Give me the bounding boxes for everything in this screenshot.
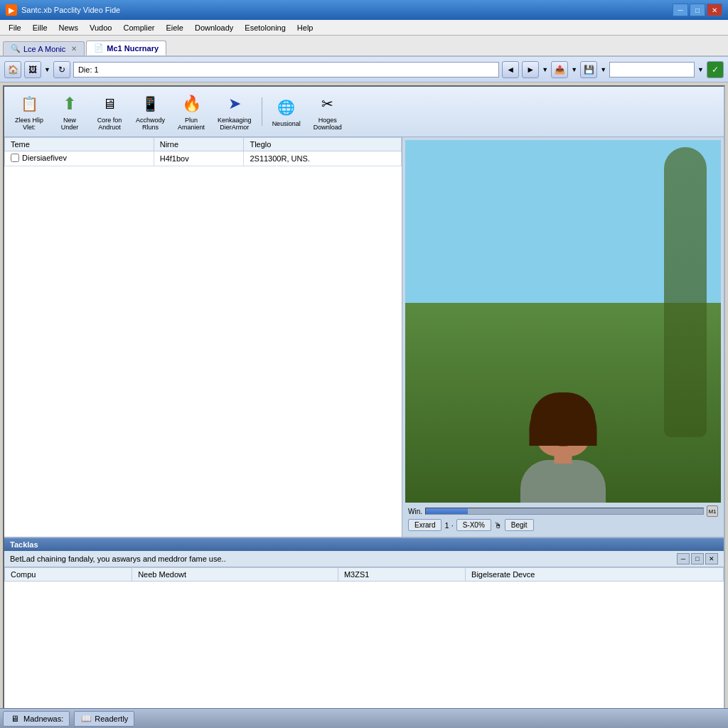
tab-mc1-nucrnary[interactable]: 📄 Mc1 Nucrnary — [86, 41, 166, 55]
tool-btn-hoges[interactable]: ✂ HogesDownload — [309, 90, 347, 134]
taskbar-item-readertly[interactable]: 📖 Readertly — [74, 711, 134, 727]
tool-btn-neusional[interactable]: 🌐 Neusional — [267, 93, 306, 130]
quality-button[interactable]: S-X0% — [456, 519, 491, 531]
menu-complier[interactable]: Complier — [117, 22, 160, 33]
address-field[interactable]: Die: 1 — [73, 62, 499, 77]
tab-bar: 🔍 Lce A Monic ✕ 📄 Mc1 Nucrnary — [0, 36, 728, 57]
right-panel: Win. M1 Exrard 1 · S-X0% 🖱 Begit — [402, 137, 724, 537]
bottom-col-neeb: Neeb Medowt — [132, 568, 338, 582]
tool-btn-plun[interactable]: 🔥 PlunAmanient — [173, 90, 210, 134]
col-header-tleglo: Tleglo — [244, 138, 402, 151]
readertly-icon: 📖 — [80, 713, 92, 724]
core-fon-icon: 🖥 — [98, 92, 121, 115]
export-button[interactable]: Exrard — [408, 519, 441, 531]
core-fon-label: Core fonAndruot — [97, 117, 122, 131]
address-bar: 🏠 🖼 ▼ ↻ Die: 1 ◄ ► ▼ 📤 ▼ 💾 ▼ ▼ ✓ — [0, 57, 728, 82]
volume-knob[interactable]: M1 — [707, 505, 718, 517]
tool-btn-acchwody[interactable]: 📱 AcchwodyRluns — [131, 90, 170, 134]
main-data-table: Teme Nirne Tleglo Diersiaefivev H4f — [4, 137, 402, 166]
search-field[interactable] — [609, 62, 695, 77]
address-text: Die: 1 — [78, 65, 99, 74]
menu-news[interactable]: News — [53, 22, 85, 33]
minimize-button[interactable]: ─ — [673, 4, 688, 16]
tool-btn-kenkaaging[interactable]: ➤ KenkaagingDierArmor — [213, 90, 257, 134]
title-bar: ▶ Santc.xb Pacclity Video Fide ─ □ ✕ — [0, 0, 728, 20]
tab-close-1[interactable]: ✕ — [71, 45, 77, 53]
menu-file[interactable]: File — [3, 22, 27, 33]
dropdown-arrow-5[interactable]: ▼ — [697, 66, 704, 73]
bottom-close-btn[interactable]: ✕ — [705, 553, 718, 564]
plun-label: PlunAmanient — [178, 117, 205, 131]
forward-button[interactable]: ► — [522, 61, 539, 78]
menu-eiele[interactable]: Eiele — [160, 22, 188, 33]
title-bar-left: ▶ Santc.xb Pacclity Video Fide — [6, 4, 120, 16]
plun-icon: 🔥 — [180, 92, 203, 115]
playback-row: Exrard 1 · S-X0% 🖱 Begit — [408, 519, 718, 531]
close-button[interactable]: ✕ — [707, 4, 722, 16]
home-button[interactable]: 🏠 — [4, 61, 21, 78]
dropdown-arrow-1[interactable]: ▼ — [44, 66, 50, 73]
reload-button[interactable]: ↻ — [53, 61, 70, 78]
tab-icon-1: 🔍 — [11, 44, 21, 53]
toolbar-separator — [262, 97, 262, 126]
menu-vudoo[interactable]: Vudoo — [84, 22, 117, 33]
acchwody-label: AcchwodyRluns — [136, 117, 165, 131]
title-bar-controls: ─ □ ✕ — [673, 4, 722, 16]
tab-label-1: Lce A Monic — [23, 45, 65, 53]
zlees-hip-label: Zlees HlipVlet: — [15, 117, 43, 131]
bottom-maximize-btn[interactable]: □ — [691, 553, 704, 564]
table-row[interactable]: Diersiaefivev H4f1bov 2S11300R, UNS. — [5, 151, 402, 166]
content-split: Teme Nirne Tleglo Diersiaefivev H4f — [4, 137, 724, 537]
menu-downloady[interactable]: Downloady — [189, 22, 239, 33]
bottom-info-bar: BetLad chaining fandaly, you aswarys and… — [4, 551, 724, 567]
hoges-label: HogesDownload — [314, 117, 342, 131]
tool-btn-new-under[interactable]: ⬆ NewUnder — [51, 90, 88, 134]
new-under-icon: ⬆ — [58, 92, 81, 115]
icon-toolbar: 📋 Zlees HlipVlet: ⬆ NewUnder 🖥 Core fonA… — [4, 87, 724, 137]
menu-eille[interactable]: Eille — [27, 22, 53, 33]
hoges-icon: ✂ — [316, 92, 339, 115]
window-title: Santc.xb Pacclity Video Fide — [21, 6, 120, 14]
progress-fill — [426, 508, 468, 514]
search-go-button[interactable]: ✓ — [707, 61, 724, 78]
tool-btn-core-fon[interactable]: 🖥 Core fonAndruot — [91, 90, 128, 134]
speed-label: 1 · — [444, 521, 453, 530]
video-controls: Win. M1 Exrard 1 · S-X0% 🖱 Begit — [405, 503, 721, 534]
col-header-nirne: Nirne — [154, 138, 244, 151]
menu-bar: File Eille News Vudoo Complier Eiele Dow… — [0, 20, 728, 36]
img-button[interactable]: 🖼 — [24, 61, 41, 78]
left-panel: Teme Nirne Tleglo Diersiaefivev H4f — [4, 137, 402, 537]
volume-label: Win. — [408, 508, 422, 515]
tree-element — [664, 147, 707, 437]
neusional-label: Neusional — [272, 120, 301, 127]
menu-esetoloning[interactable]: Esetoloning — [239, 22, 291, 33]
tab-label-2: Mc1 Nucrnary — [107, 44, 159, 53]
begin-button[interactable]: Begit — [505, 519, 534, 531]
menu-help[interactable]: Help — [291, 22, 319, 33]
bottom-section: Tacklas BetLad chaining fandaly, you asw… — [4, 537, 724, 719]
share-button[interactable]: 📤 — [551, 61, 568, 78]
kenkaaging-icon: ➤ — [223, 92, 246, 115]
row-checkbox[interactable] — [11, 154, 19, 162]
maximize-button[interactable]: □ — [690, 4, 705, 16]
person-torso — [520, 460, 606, 503]
dropdown-arrow-4[interactable]: ▼ — [600, 66, 606, 73]
cell-nirne: H4f1bov — [154, 151, 244, 166]
main-window: 📋 Zlees HlipVlet: ⬆ NewUnder 🖥 Core fonA… — [3, 85, 725, 721]
tab-lce-a-monic[interactable]: 🔍 Lce A Monic ✕ — [3, 41, 85, 55]
video-frame — [405, 140, 721, 503]
acchwody-icon: 📱 — [139, 92, 162, 115]
kenkaaging-label: KenkaagingDierArmor — [218, 117, 252, 131]
dropdown-arrow-2[interactable]: ▼ — [542, 66, 548, 73]
progress-row: Win. M1 — [408, 505, 718, 517]
taskbar-item-madnewas[interactable]: 🖥 Madnewas: — [3, 711, 70, 727]
dropdown-arrow-3[interactable]: ▼ — [571, 66, 577, 73]
madnewas-label: Madnewas: — [23, 714, 63, 723]
tool-btn-zlees-hip[interactable]: 📋 Zlees HlipVlet: — [10, 90, 48, 134]
save-button[interactable]: 💾 — [580, 61, 597, 78]
back-button[interactable]: ◄ — [502, 61, 519, 78]
app-icon: ▶ — [6, 4, 17, 16]
bottom-minimize-btn[interactable]: ─ — [677, 553, 690, 564]
taskbar: 🖥 Madnewas: 📖 Readertly — [0, 708, 728, 728]
progress-bar-container[interactable] — [425, 508, 704, 515]
